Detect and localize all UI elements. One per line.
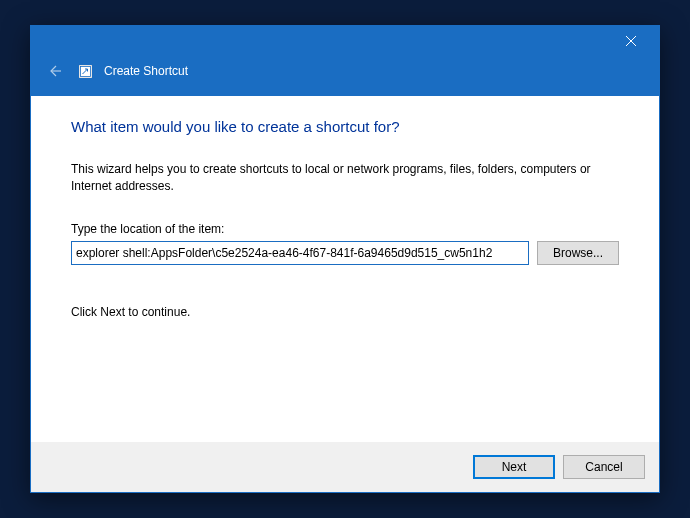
next-button[interactable]: Next: [473, 455, 555, 479]
close-icon: [625, 35, 637, 47]
close-button[interactable]: [611, 27, 651, 55]
footer: Next Cancel: [31, 442, 659, 492]
content-area: What item would you like to create a sho…: [31, 96, 659, 442]
browse-button[interactable]: Browse...: [537, 241, 619, 265]
location-input[interactable]: [71, 241, 529, 265]
back-arrow-icon: [47, 63, 63, 79]
headerbar: Create Shortcut: [31, 56, 659, 96]
wizard-description: This wizard helps you to create shortcut…: [71, 161, 619, 196]
location-label: Type the location of the item:: [71, 222, 619, 236]
window-title: Create Shortcut: [104, 64, 188, 78]
wizard-heading: What item would you like to create a sho…: [71, 118, 619, 135]
continue-text: Click Next to continue.: [71, 305, 619, 319]
shortcut-icon: [79, 65, 92, 78]
create-shortcut-window: Create Shortcut What item would you like…: [30, 25, 660, 493]
location-row: Browse...: [71, 241, 619, 265]
cancel-button[interactable]: Cancel: [563, 455, 645, 479]
titlebar: [31, 26, 659, 56]
back-button[interactable]: [43, 59, 67, 83]
